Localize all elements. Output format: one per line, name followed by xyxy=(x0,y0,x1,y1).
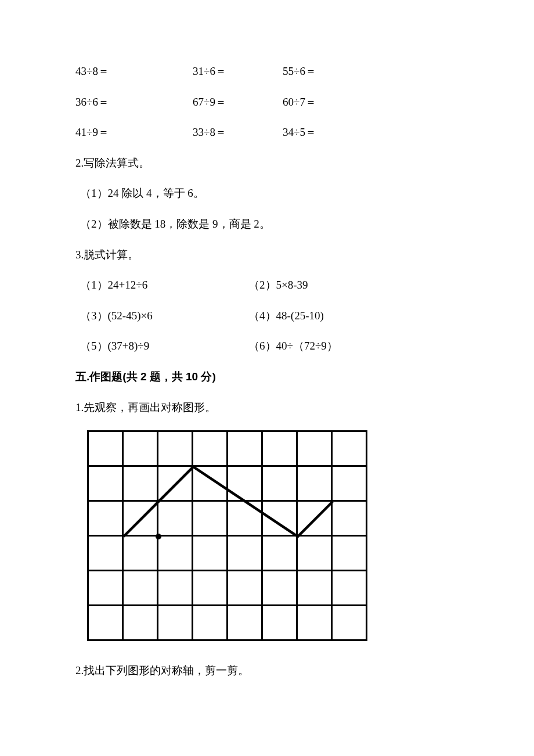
q3-expr-right: （2）5×8-39 xyxy=(248,278,459,293)
equation-cell: 31÷6＝ xyxy=(193,64,283,80)
section5-q1: 1.先观察，再画出对称图形。 xyxy=(75,400,459,416)
equation-cell: 67÷9＝ xyxy=(193,95,283,110)
q3-expr-left: （5）(37+8)÷9 xyxy=(75,339,248,354)
symmetry-grid-figure xyxy=(87,430,459,646)
page-content: 43÷8＝ 31÷6＝ 55÷6＝ 36÷6＝ 67÷9＝ 60÷7＝ 41÷9… xyxy=(0,0,534,728)
q2-item-2: （2）被除数是 18，除数是 9，商是 2。 xyxy=(75,217,459,232)
equation-row: 43÷8＝ 31÷6＝ 55÷6＝ xyxy=(75,64,459,80)
equation-cell: 41÷9＝ xyxy=(75,125,180,141)
grid-container xyxy=(87,430,367,641)
q3-expr-left: （3）(52-45)×6 xyxy=(75,308,248,324)
equation-block: 43÷8＝ 31÷6＝ 55÷6＝ 36÷6＝ 67÷9＝ 60÷7＝ 41÷9… xyxy=(75,64,459,141)
q2-item-1: （1）24 除以 4，等于 6。 xyxy=(75,186,459,201)
q2-title: 2.写除法算式。 xyxy=(75,156,459,171)
equation-cell: 43÷8＝ xyxy=(75,64,180,80)
equation-row: 41÷9＝ 33÷8＝ 34÷5＝ xyxy=(75,125,459,141)
q3-expr-left: （1）24+12÷6 xyxy=(75,278,248,293)
section5-heading: 五.作图题(共 2 题，共 10 分) xyxy=(75,369,459,385)
equation-cell: 60÷7＝ xyxy=(283,95,364,110)
equation-cell: 34÷5＝ xyxy=(283,125,364,141)
q3-row: （3）(52-45)×6 （4）48-(25-10) xyxy=(75,308,459,324)
equation-cell: 33÷8＝ xyxy=(193,125,283,141)
equation-cell: 36÷6＝ xyxy=(75,95,180,110)
equation-cell: 55÷6＝ xyxy=(283,64,364,80)
q3-title: 3.脱式计算。 xyxy=(75,247,459,263)
q3-expr-right: （4）48-(25-10) xyxy=(248,308,459,324)
q3-row: （5）(37+8)÷9 （6）40÷（72÷9） xyxy=(75,339,459,354)
section5-q2: 2.找出下列图形的对称轴，剪一剪。 xyxy=(75,663,459,679)
grid-table xyxy=(87,430,367,641)
equation-row: 36÷6＝ 67÷9＝ 60÷7＝ xyxy=(75,95,459,110)
q3-expr-right: （6）40÷（72÷9） xyxy=(248,339,459,354)
q3-row: （1）24+12÷6 （2）5×8-39 xyxy=(75,278,459,293)
